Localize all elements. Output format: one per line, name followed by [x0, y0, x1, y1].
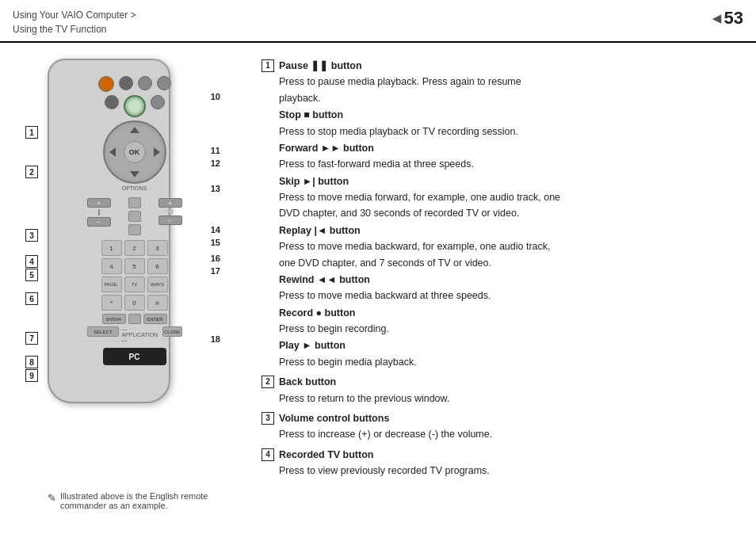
label-6: 6 [25, 292, 38, 305]
description-area: 1 Pause ❚❚ button Press to pause media p… [262, 59, 740, 520]
record-text: Press to begin recording. [279, 322, 740, 337]
desc-item-3-content: Volume control buttons Press to increase… [279, 411, 740, 443]
label-8: 8 [25, 356, 38, 368]
desc-item-3: 3 Volume control buttons Press to increa… [262, 411, 740, 443]
center-disc [124, 95, 146, 117]
nav-circle: OK [103, 120, 166, 184]
rewind-label: Rewind ◄◄ button [279, 274, 370, 285]
label-15: 15 [211, 238, 220, 247]
pc-button: PC [103, 348, 166, 365]
numpad: 1 2 3 4 5 6 PAGE- TV WAYS * 0 # [101, 240, 168, 311]
desc-item-2-content: Back button Press to return to the previ… [279, 375, 740, 406]
media-btn-3 [138, 76, 152, 90]
pause-text-2: playback. [279, 91, 740, 106]
badge-4: 4 [262, 448, 274, 461]
desc-item-2-header: 2 Back button Press to return to the pre… [262, 375, 740, 406]
btn-a [128, 197, 141, 208]
num-3: 3 [147, 240, 168, 256]
header: Using Your VAIO Computer > Using the TV … [0, 0, 756, 43]
desc-item-3-header: 3 Volume control buttons Press to increa… [262, 411, 740, 443]
desc-item-2: 2 Back button Press to return to the pre… [262, 375, 740, 406]
nav-right [154, 147, 160, 157]
btn-b [128, 211, 141, 222]
stop-text: Press to stop media playback or TV recor… [279, 124, 740, 139]
desc-item-1-header: 1 Pause ❚❚ button Press to pause media p… [262, 59, 740, 370]
chan-dot [168, 209, 173, 214]
label-16: 16 [211, 254, 220, 263]
nav-up [130, 127, 139, 133]
pause-text: Press to pause media playback. Press aga… [279, 74, 740, 90]
remote-illustration: OK OPTIONS + − [24, 59, 238, 520]
recorded-tv-text: Press to view previously recorded TV pro… [279, 463, 740, 479]
num-9: WAYS [147, 277, 168, 292]
note-icon: ✎ [48, 492, 56, 504]
num-1: 1 [101, 240, 122, 256]
dvd-btn: DVD/A [102, 314, 126, 324]
remote-top-section: OK OPTIONS + − [73, 70, 196, 365]
num-2: 2 [124, 240, 145, 256]
label-18: 18 [211, 334, 220, 344]
remote-wrapper: OK OPTIONS + − [24, 59, 222, 423]
desc-item-4-content: Recorded TV button Press to view previou… [279, 448, 740, 479]
footer-note: ✎ Illustrated above is the English remot… [48, 491, 238, 510]
nav-left [109, 147, 116, 157]
close-btn: CLOSE [162, 326, 182, 337]
label-11: 11 [211, 146, 220, 155]
forward-text: Press to fast-forward media at three spe… [279, 157, 740, 172]
stop-label: Stop ■ button [279, 109, 343, 120]
label-9: 9 [25, 369, 38, 382]
bottom-small-row: DVD/A ENTER [102, 314, 167, 324]
label-17: 17 [211, 266, 220, 276]
second-media-row [105, 95, 165, 117]
label-10: 10 [211, 92, 220, 101]
vol-up: + [87, 198, 111, 208]
recorded-tv-label: Recorded TV button [279, 449, 373, 460]
forward-label: Forward ►► button [279, 143, 374, 154]
replay-text-2: one DVD chapter, and 7 seconds of TV or … [279, 256, 740, 271]
chan-group: + − [155, 197, 186, 235]
nav-down [130, 171, 139, 177]
application-label: —APPLICATION— [121, 326, 159, 343]
top-media-row [98, 76, 171, 92]
num-6: 6 [147, 258, 168, 274]
back-text: Press to return to the previous window. [279, 391, 740, 406]
btn-c [128, 224, 141, 235]
chan-down: − [158, 216, 182, 225]
play-label: Play ► button [279, 340, 346, 351]
center-btns [128, 197, 141, 235]
remote-body: OK OPTIONS + − [48, 59, 170, 403]
footer-note-text: Illustrated above is the English remote … [60, 491, 238, 510]
main-content: OK OPTIONS + − [0, 43, 756, 528]
label-12: 12 [211, 158, 220, 168]
select-btn: SELECT [87, 326, 120, 337]
chan-up: + [158, 198, 182, 208]
vol-chan-row: + − + − [83, 197, 186, 235]
vol-icon [98, 209, 100, 216]
breadcrumb: Using Your VAIO Computer > Using the TV … [13, 8, 136, 36]
play-text: Press to begin media playback. [279, 355, 740, 370]
record-label: Record ● button [279, 307, 355, 318]
nav-ok: OK [124, 141, 146, 163]
media-btn-6 [151, 95, 165, 109]
vol-text: Press to increase (+) or decrease (-) th… [279, 427, 740, 442]
app-row: SELECT —APPLICATION— CLOSE [87, 326, 182, 343]
media-btn-4 [157, 76, 171, 90]
label-7: 7 [25, 332, 38, 345]
desc-item-1: 1 Pause ❚❚ button Press to pause media p… [262, 59, 740, 370]
desc-item-4: 4 Recorded TV button Press to view previ… [262, 448, 740, 479]
pause-indicator [119, 76, 133, 90]
badge-2: 2 [262, 376, 274, 388]
num-7: PAGE- [101, 277, 122, 292]
num-5: 5 [124, 258, 145, 274]
replay-label: Replay |◄ button [279, 225, 361, 236]
replay-text: Press to move media backward, for exampl… [279, 239, 740, 254]
desc-item-1-content: Pause ❚❚ button Press to pause media pla… [279, 59, 740, 370]
num-hash: # [147, 295, 168, 311]
num-8: TV [124, 277, 145, 292]
skip-text: Press to move media forward, for example… [279, 190, 740, 205]
label-13: 13 [211, 184, 220, 193]
badge-1: 1 [262, 59, 274, 72]
media-btn-5 [105, 95, 119, 109]
badge-3: 3 [262, 412, 274, 425]
page-number: 53 [712, 8, 743, 29]
